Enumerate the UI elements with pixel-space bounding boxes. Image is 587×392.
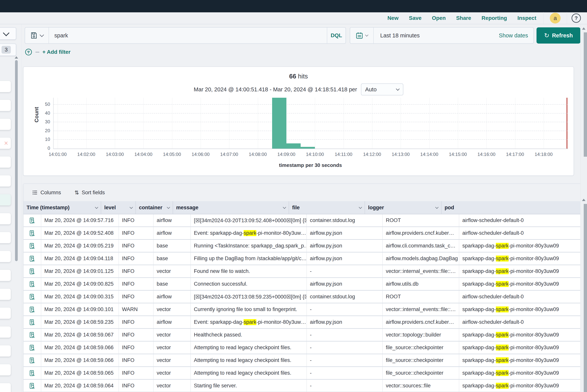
- expand-document-icon[interactable]: [29, 357, 36, 364]
- table-scrollbar-thumb[interactable]: [584, 204, 587, 392]
- add-filter-button[interactable]: + Add filter: [42, 49, 70, 55]
- expand-document-icon[interactable]: [29, 243, 36, 249]
- highlighted-term: spark: [496, 332, 508, 338]
- cell-text: -pi-monitor-80y3uw09: [508, 243, 559, 249]
- date-picker[interactable]: Last 18 minutes Show dates: [350, 27, 534, 44]
- column-header-level[interactable]: level: [101, 201, 136, 214]
- level-cell: INFO: [119, 240, 154, 252]
- sidebar-card[interactable]: [0, 81, 11, 92]
- histogram-bar[interactable]: [272, 98, 286, 148]
- time-range-value[interactable]: Last 18 minutes: [374, 32, 499, 39]
- filter-icon[interactable]: [25, 48, 32, 56]
- nav-link-new[interactable]: New: [387, 15, 398, 21]
- histogram-bar[interactable]: [301, 147, 315, 148]
- scrollbar-thumb[interactable]: [584, 32, 587, 157]
- chevron-down-icon[interactable]: [435, 206, 438, 209]
- show-dates-button[interactable]: Show dates: [499, 32, 534, 39]
- expand-document-icon[interactable]: [29, 370, 36, 376]
- expand-document-icon[interactable]: [29, 382, 36, 389]
- sidebar-card[interactable]: [0, 364, 11, 376]
- expand-cell: [24, 303, 41, 316]
- chevron-down-icon[interactable]: [167, 206, 170, 209]
- column-header-logger[interactable]: logger: [365, 201, 442, 214]
- saved-query-menu[interactable]: [25, 28, 49, 43]
- query-bar[interactable]: spark DQL: [25, 27, 346, 44]
- expand-document-icon[interactable]: [29, 332, 36, 338]
- chevron-down-icon[interactable]: [359, 206, 362, 209]
- interval-select[interactable]: Auto: [361, 84, 403, 96]
- sidebar-card[interactable]: [0, 270, 11, 281]
- table-row: Mar 20, 2024 @ 14:09:57.716INFOairflow[☒…: [24, 214, 580, 227]
- scroll-up-arrow[interactable]: [582, 199, 586, 201]
- sidebar-card[interactable]: [0, 213, 11, 224]
- expand-document-icon[interactable]: [29, 281, 36, 287]
- nav-link-open[interactable]: Open: [432, 15, 446, 21]
- cell-text: Event: sparkapp-dag-: [194, 230, 244, 236]
- expand-document-icon[interactable]: [29, 306, 36, 313]
- file-cell: -: [307, 329, 383, 341]
- expand-document-icon[interactable]: [29, 294, 36, 300]
- time-range-subtitle: Mar 20, 2024 @ 14:00:51.418 - Mar 20, 20…: [194, 86, 357, 93]
- message-cell: Running <TaskInstance: sparkapp_dag.spar…: [191, 240, 307, 252]
- cell-text: Attempting to read legacy checkpoint fil…: [194, 370, 292, 376]
- column-header-time[interactable]: Time (timestamp): [24, 201, 101, 214]
- sidebar-card[interactable]: [0, 308, 11, 319]
- sidebar-card[interactable]: ×: [0, 138, 11, 149]
- query-language-button[interactable]: DQL: [327, 28, 346, 43]
- chevron-down-icon[interactable]: [130, 206, 133, 209]
- sidebar-card[interactable]: [0, 289, 11, 300]
- expand-document-icon[interactable]: [29, 230, 36, 236]
- container-cell: vector: [154, 329, 191, 341]
- column-header-file[interactable]: file: [289, 201, 365, 214]
- chevron-down-icon[interactable]: [283, 206, 286, 209]
- sidebar-scrollbar[interactable]: [15, 60, 18, 261]
- column-header-pod[interactable]: pod: [442, 201, 580, 214]
- sidebar-card[interactable]: [0, 176, 11, 186]
- nav-link-inspect[interactable]: Inspect: [518, 15, 536, 21]
- date-quick-menu[interactable]: [350, 28, 374, 43]
- sidebar-card[interactable]: [0, 119, 11, 130]
- message-cell: [☒[34m2024-03-20T13:09:52.408+0000☒[0m] …: [191, 214, 307, 226]
- histogram-bar[interactable]: [286, 144, 301, 148]
- refresh-button[interactable]: ↻ Refresh: [536, 27, 580, 44]
- search-input[interactable]: spark: [49, 32, 327, 39]
- sort-fields-button[interactable]: ⇅ Sort fields: [74, 190, 105, 196]
- file-cell: -: [307, 367, 383, 379]
- sidebar-card[interactable]: [0, 326, 11, 338]
- chevron-down-icon[interactable]: [95, 206, 98, 209]
- expand-document-icon[interactable]: [29, 344, 36, 351]
- sidebar-expand-button[interactable]: [0, 27, 16, 40]
- column-header-container[interactable]: container: [136, 201, 173, 214]
- close-icon[interactable]: ×: [4, 140, 8, 147]
- expand-document-icon[interactable]: [29, 319, 36, 326]
- histogram-plot[interactable]: 14:01:0014:02:0014:03:0014:04:0014:05:00…: [53, 98, 568, 149]
- scroll-up-arrow[interactable]: [15, 56, 18, 58]
- level-cell: INFO: [119, 354, 154, 366]
- expand-document-icon[interactable]: [29, 217, 36, 224]
- nav-link-reporting[interactable]: Reporting: [482, 15, 507, 21]
- avatar[interactable]: a: [550, 13, 560, 24]
- sidebar-card[interactable]: [0, 383, 11, 392]
- columns-button[interactable]: Columns: [32, 190, 61, 196]
- sidebar-card[interactable]: [0, 232, 11, 243]
- filter-count-box: 3: [0, 44, 16, 56]
- page-scrollbar[interactable]: [580, 24, 587, 392]
- nav-link-share[interactable]: Share: [456, 15, 471, 21]
- nav-link-save[interactable]: Save: [409, 15, 422, 21]
- x-tick-label: 14:14:00: [420, 152, 438, 157]
- column-header-message[interactable]: message: [173, 201, 289, 214]
- help-icon[interactable]: ?: [572, 14, 581, 23]
- sidebar-card[interactable]: [0, 156, 11, 168]
- logger-cell: airflow.providers.cncf.kuber…: [383, 227, 459, 239]
- scroll-up-arrow[interactable]: [582, 27, 586, 30]
- expand-document-icon[interactable]: [29, 268, 36, 275]
- container-cell: base: [154, 278, 191, 290]
- sidebar-card[interactable]: [0, 251, 11, 262]
- sidebar-card[interactable]: [0, 100, 11, 111]
- nav-divider: [544, 12, 544, 24]
- expand-document-icon[interactable]: [29, 255, 36, 262]
- chevron-down-icon: [396, 87, 400, 91]
- sidebar-card[interactable]: [0, 194, 11, 206]
- sidebar-card[interactable]: [0, 345, 11, 356]
- expand-cell: [24, 380, 41, 392]
